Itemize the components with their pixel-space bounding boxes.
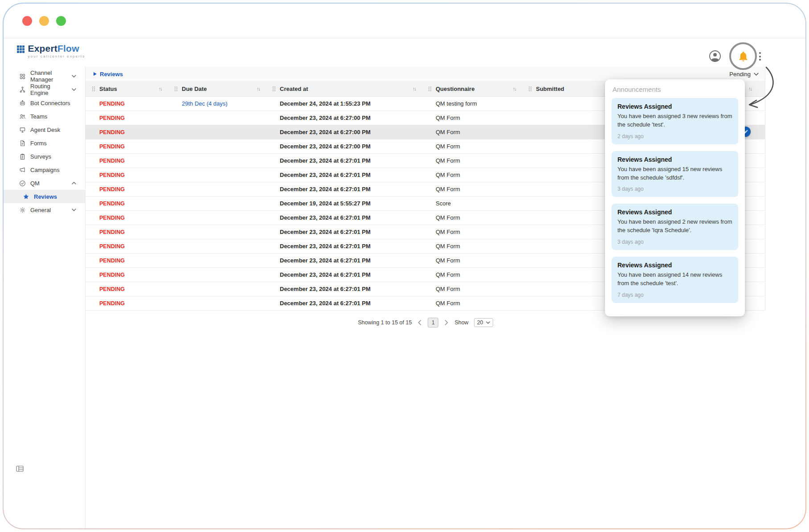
cell-status: PENDING <box>86 182 168 196</box>
due-date-link[interactable]: 29th Dec (4 days) <box>182 100 228 107</box>
sidebar-toggle-icon[interactable] <box>16 466 24 474</box>
cell-due-date <box>168 196 266 210</box>
chevron-down-icon <box>486 321 490 324</box>
column-header-due-date[interactable]: Due Date ↑↓ <box>168 82 266 96</box>
cell-questionnaire: QM Form <box>422 110 522 125</box>
cell-status: PENDING <box>86 210 168 225</box>
sidebar-item-bot-connectors[interactable]: Bot Connectors <box>4 96 85 110</box>
announcement-time: 3 days ago <box>617 186 732 192</box>
sidebar-item-routing-engine[interactable]: Routing Engine <box>4 83 85 96</box>
cell-created-at: December 23, 2024 at 6:27:01 PM <box>266 210 422 225</box>
column-header-created-at[interactable]: Created at ↑↓ <box>266 82 422 96</box>
user-avatar[interactable] <box>709 50 721 62</box>
brand-tagline: your callcenter experts <box>28 54 86 58</box>
cell-created-at: December 23, 2024 at 6:27:01 PM <box>266 182 422 196</box>
page-number-button[interactable]: 1 <box>428 318 438 327</box>
chevron-up-icon <box>72 182 76 184</box>
cell-created-at: December 23, 2024 at 6:27:01 PM <box>266 253 422 267</box>
cell-due-date <box>168 210 266 225</box>
window-body: ExpertFlow your callcenter experts <box>4 4 805 528</box>
show-label: Show <box>454 319 468 326</box>
sidebar-item-reviews[interactable]: Reviews <box>4 190 85 203</box>
cell-created-at: December 23, 2024 at 6:27:00 PM <box>266 110 422 125</box>
page-size-select[interactable]: 20 <box>474 318 493 327</box>
sidebar-item-campaigns[interactable]: Campaigns <box>4 163 85 176</box>
cell-due-date <box>168 168 266 182</box>
announcement-card[interactable]: Reviews Assigned You have been assigned … <box>612 98 738 144</box>
previous-page-button[interactable] <box>417 319 422 326</box>
breadcrumb[interactable]: Reviews <box>94 71 123 78</box>
column-label: Submitted <box>536 86 564 92</box>
sort-icon[interactable]: ↑↓ <box>748 86 752 91</box>
sidebar-item-channel-manager[interactable]: Channel Manager <box>4 70 85 83</box>
sidebar-item-label: Agent Desk <box>30 127 60 133</box>
cell-questionnaire: QM Form <box>422 296 522 310</box>
minimize-window-button[interactable] <box>39 16 49 26</box>
cell-due-date <box>168 139 266 153</box>
next-page-button[interactable] <box>444 319 449 326</box>
sidebar-item-teams[interactable]: Teams <box>4 110 85 123</box>
sidebar-item-general[interactable]: General <box>4 203 85 217</box>
cell-due-date <box>168 296 266 310</box>
drag-handle-icon <box>428 86 432 92</box>
sidebar-item-label: Bot Connectors <box>30 100 70 106</box>
sidebar-item-label: Campaigns <box>30 167 60 173</box>
cell-status: PENDING <box>86 253 168 267</box>
sort-icon[interactable]: ↑↓ <box>159 86 162 91</box>
cell-due-date <box>168 182 266 196</box>
sidebar-item-label: Teams <box>30 113 47 120</box>
cell-created-at: December 23, 2024 at 6:27:00 PM <box>266 139 422 153</box>
browser-titlebar <box>4 4 805 38</box>
gear-icon <box>19 206 26 213</box>
kebab-menu-icon[interactable] <box>758 51 762 61</box>
sort-icon[interactable]: ↑↓ <box>413 86 416 91</box>
announcement-body: You have been assigned 14 new reviews fr… <box>617 271 732 288</box>
cell-questionnaire: QM Form <box>422 225 522 239</box>
cell-due-date <box>168 153 266 168</box>
chevron-down-icon <box>754 73 759 76</box>
cell-status: PENDING <box>86 168 168 182</box>
sidebar-item-qm[interactable]: QM <box>4 176 85 190</box>
cell-status: PENDING <box>86 239 168 253</box>
drag-handle-icon <box>528 86 532 92</box>
maximize-window-button[interactable] <box>56 16 66 26</box>
announcement-card[interactable]: Reviews Assigned You have been assigned … <box>612 257 738 303</box>
page-size-value: 20 <box>477 319 483 326</box>
sidebar-item-forms[interactable]: Forms <box>4 136 85 150</box>
sidebar-item-surveys[interactable]: Surveys <box>4 150 85 163</box>
cell-due-date <box>168 253 266 267</box>
close-window-button[interactable] <box>22 16 32 26</box>
sort-icon[interactable]: ↑↓ <box>513 86 516 91</box>
announcement-card[interactable]: Reviews Assigned You have been assigned … <box>612 204 738 250</box>
breadcrumb-label: Reviews <box>100 71 123 78</box>
chevron-down-icon <box>72 209 76 211</box>
user-avatar-icon <box>709 50 721 62</box>
sidebar-item-label: Forms <box>30 140 47 147</box>
column-header-questionnaire[interactable]: Questionnaire ↑↓ <box>422 82 522 96</box>
drag-handle-icon <box>92 86 95 92</box>
announcement-title: Reviews Assigned <box>617 209 732 216</box>
cell-status: PENDING <box>86 125 168 139</box>
cell-status: PENDING <box>86 139 168 153</box>
people-icon <box>19 113 26 120</box>
notification-bell-icon[interactable] <box>737 50 749 62</box>
sidebar-item-agent-desk[interactable]: Agent Desk <box>4 123 85 136</box>
cell-due-date <box>168 282 266 296</box>
announcement-title: Reviews Assigned <box>617 262 732 269</box>
announcement-body: You have been assigned 3 new reviews fro… <box>617 112 732 129</box>
pagination-summary: Showing 1 to 15 of 15 <box>358 319 412 326</box>
sidebar-item-label: Routing Engine <box>30 83 67 96</box>
cell-created-at: December 23, 2024 at 6:27:01 PM <box>266 282 422 296</box>
announcement-body: You have been assigned 15 new reviews fr… <box>617 165 732 182</box>
status-filter-dropdown[interactable]: Pending <box>729 71 760 78</box>
notification-bell-spotlight <box>729 42 757 70</box>
announcement-card[interactable]: Reviews Assigned You have been assigned … <box>612 151 738 197</box>
app-header: ExpertFlow your callcenter experts <box>4 38 805 67</box>
cell-created-at: December 23, 2024 at 6:27:01 PM <box>266 296 422 310</box>
column-header-status[interactable]: Status ↑↓ <box>86 82 168 96</box>
sort-icon[interactable]: ↑↓ <box>257 86 260 91</box>
cell-questionnaire: Score <box>422 196 522 210</box>
announcements-panel: Announcements Reviews Assigned You have … <box>605 79 745 316</box>
cell-status: PENDING <box>86 267 168 282</box>
app-window: ExpertFlow your callcenter experts <box>3 3 806 529</box>
